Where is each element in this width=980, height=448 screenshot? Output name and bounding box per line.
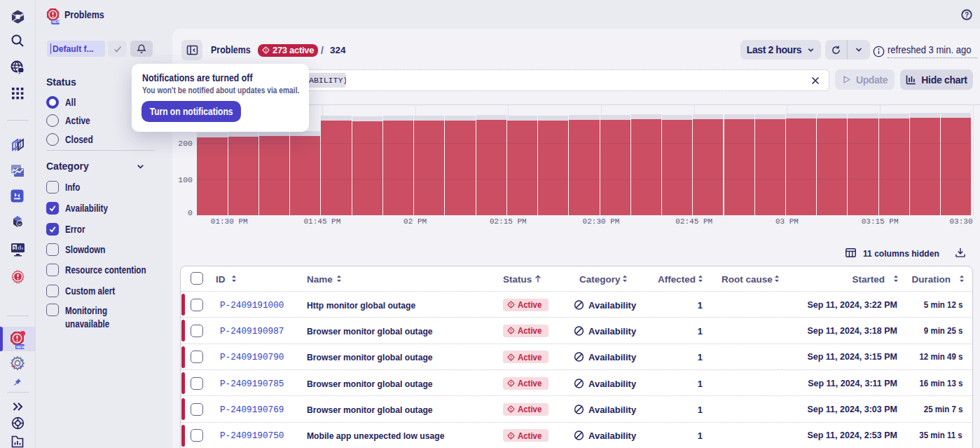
svg-text:NEW: NEW bbox=[16, 345, 25, 349]
svg-text:NEW: NEW bbox=[52, 20, 60, 24]
svg-text:5: 5 bbox=[13, 245, 16, 250]
svg-text:?: ? bbox=[965, 11, 969, 19]
